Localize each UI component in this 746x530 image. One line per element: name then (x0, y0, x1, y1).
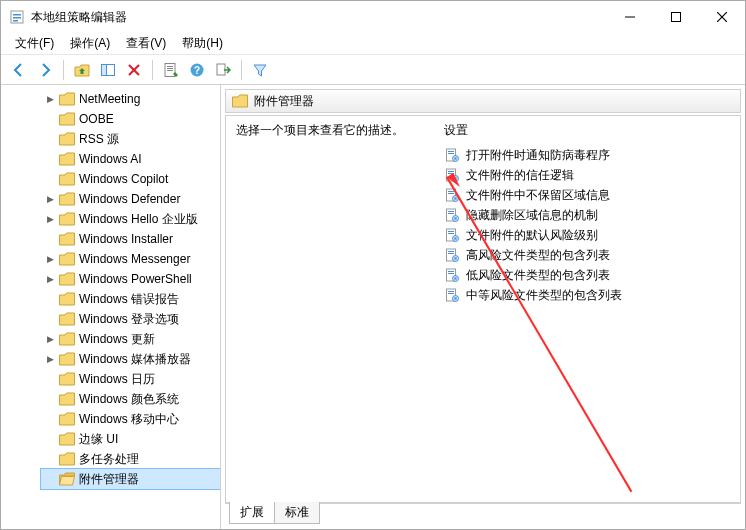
tree-panel[interactable]: ▶NetMeetingOOBERSS 源Windows AIWindows Co… (1, 85, 221, 529)
setting-item[interactable]: 中等风险文件类型的包含列表 (444, 285, 732, 305)
tab-extended[interactable]: 扩展 (229, 502, 275, 524)
folder-icon (59, 132, 75, 146)
up-level-button[interactable] (70, 58, 94, 82)
setting-item[interactable]: 高风险文件类型的包含列表 (444, 245, 732, 265)
menu-file[interactable]: 文件(F) (7, 33, 62, 54)
tree-item-label: Windows 错误报告 (79, 291, 179, 308)
expand-icon[interactable]: ▶ (45, 334, 55, 344)
setting-item[interactable]: 文件附件的信任逻辑 (444, 165, 732, 185)
tree-item-label: Windows 更新 (79, 331, 155, 348)
tree-item-label: Windows Copilot (79, 172, 168, 186)
body: ▶NetMeetingOOBERSS 源Windows AIWindows Co… (1, 85, 745, 529)
tree-item-label: Windows Hello 企业版 (79, 211, 198, 228)
tree-item[interactable]: RSS 源 (41, 129, 220, 149)
properties-button[interactable] (159, 58, 183, 82)
setting-item[interactable]: 打开附件时通知防病毒程序 (444, 145, 732, 165)
tree-item[interactable]: Windows 颜色系统 (41, 389, 220, 409)
tree-item-label: OOBE (79, 112, 114, 126)
folder-icon (59, 292, 75, 306)
settings-header[interactable]: 设置 (444, 120, 732, 145)
help-button[interactable]: ? (185, 58, 209, 82)
tree-item[interactable]: 附件管理器 (41, 469, 220, 489)
details-content: 选择一个项目来查看它的描述。 设置 打开附件时通知防病毒程序文件附件的信任逻辑文… (225, 115, 741, 503)
svg-rect-44 (448, 271, 454, 272)
description-column: 选择一个项目来查看它的描述。 (226, 116, 436, 502)
tree-item[interactable]: ▶Windows Hello 企业版 (41, 209, 220, 229)
menu-action[interactable]: 操作(A) (62, 33, 118, 54)
svg-rect-25 (448, 173, 454, 174)
folder-icon (59, 432, 75, 446)
folder-icon (59, 472, 75, 486)
folder-icon (232, 94, 248, 108)
tree-item[interactable]: Windows Installer (41, 229, 220, 249)
folder-icon (59, 152, 75, 166)
tree-item[interactable]: 多任务处理 (41, 449, 220, 469)
filter-button[interactable] (248, 58, 272, 82)
tree-item[interactable]: Windows 日历 (41, 369, 220, 389)
menu-view[interactable]: 查看(V) (118, 33, 174, 54)
expand-icon[interactable]: ▶ (45, 194, 55, 204)
window-title: 本地组策略编辑器 (31, 9, 607, 26)
maximize-button[interactable] (653, 1, 699, 33)
folder-icon (59, 272, 75, 286)
forward-button[interactable] (33, 58, 57, 82)
tree-item[interactable]: Windows 错误报告 (41, 289, 220, 309)
expand-icon[interactable]: ▶ (45, 254, 55, 264)
svg-rect-3 (13, 20, 18, 22)
close-button[interactable] (699, 1, 745, 33)
expand-icon[interactable]: ▶ (45, 274, 55, 284)
tree-item-label: Windows 媒体播放器 (79, 351, 191, 368)
svg-rect-14 (167, 68, 173, 69)
details-header-title: 附件管理器 (254, 93, 314, 110)
show-hide-tree-button[interactable] (96, 58, 120, 82)
description-text: 选择一个项目来查看它的描述。 (236, 122, 426, 139)
tree-item[interactable]: Windows Copilot (41, 169, 220, 189)
svg-rect-40 (448, 251, 454, 252)
expand-icon[interactable]: ▶ (45, 354, 55, 364)
folder-icon (59, 92, 75, 106)
policy-icon (444, 147, 460, 163)
delete-button[interactable] (122, 58, 146, 82)
tree-item-label: Windows Messenger (79, 252, 190, 266)
back-button[interactable] (7, 58, 31, 82)
svg-rect-33 (448, 213, 454, 214)
menubar: 文件(F) 操作(A) 查看(V) 帮助(H) (1, 33, 745, 55)
tree-item[interactable]: ▶Windows Defender (41, 189, 220, 209)
policy-icon (444, 247, 460, 263)
tree-item[interactable]: ▶Windows 更新 (41, 329, 220, 349)
setting-label: 低风险文件类型的包含列表 (466, 267, 610, 284)
app-icon (9, 9, 25, 25)
policy-icon (444, 267, 460, 283)
policy-icon (444, 167, 460, 183)
tree-item-label: Windows 颜色系统 (79, 391, 179, 408)
minimize-button[interactable] (607, 1, 653, 33)
tree-item-label: Windows AI (79, 152, 142, 166)
tree-item[interactable]: 边缘 UI (41, 429, 220, 449)
tree-item[interactable]: Windows 登录选项 (41, 309, 220, 329)
svg-rect-36 (448, 231, 454, 232)
window-buttons (607, 1, 745, 33)
svg-rect-49 (448, 293, 454, 294)
svg-rect-2 (13, 17, 21, 19)
folder-icon (59, 312, 75, 326)
setting-item[interactable]: 低风险文件类型的包含列表 (444, 265, 732, 285)
menu-help[interactable]: 帮助(H) (174, 33, 231, 54)
folder-icon (59, 392, 75, 406)
setting-item[interactable]: 文件附件中不保留区域信息 (444, 185, 732, 205)
tree-item[interactable]: ▶Windows 媒体播放器 (41, 349, 220, 369)
tree-item[interactable]: ▶Windows Messenger (41, 249, 220, 269)
export-button[interactable] (211, 58, 235, 82)
expand-icon[interactable]: ▶ (45, 94, 55, 104)
svg-rect-21 (448, 153, 454, 154)
setting-item[interactable]: 文件附件的默认风险级别 (444, 225, 732, 245)
tab-standard[interactable]: 标准 (274, 502, 320, 524)
tree-item[interactable]: ▶NetMeeting (41, 89, 220, 109)
setting-item[interactable]: 隐藏删除区域信息的机制 (444, 205, 732, 225)
expand-icon[interactable]: ▶ (45, 214, 55, 224)
tree-item[interactable]: OOBE (41, 109, 220, 129)
tree-item[interactable]: Windows 移动中心 (41, 409, 220, 429)
tree-item[interactable]: ▶Windows PowerShell (41, 269, 220, 289)
setting-label: 文件附件的信任逻辑 (466, 167, 574, 184)
tree-item[interactable]: Windows AI (41, 149, 220, 169)
tree-item-label: Windows Installer (79, 232, 173, 246)
